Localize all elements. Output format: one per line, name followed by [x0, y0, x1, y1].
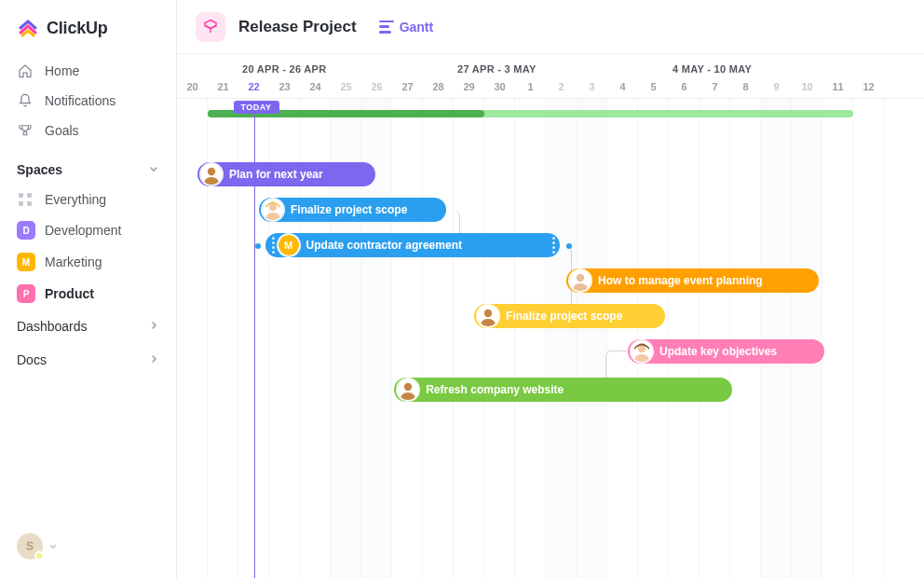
svg-point-6 [577, 274, 584, 282]
timeline: 20 APR - 26 APR27 APR - 3 MAY4 MAY - 10 … [177, 54, 924, 578]
task-label: Update key objectives [659, 345, 777, 358]
day-cell[interactable]: 2 [546, 75, 577, 98]
day-cell[interactable]: 29 [454, 75, 484, 98]
spaces-label: Spaces [17, 162, 62, 177]
task-label: Update contractor agreement [306, 239, 462, 252]
day-cell[interactable]: 28 [423, 75, 454, 98]
day-cell[interactable]: 27 [392, 75, 423, 98]
trophy-icon [17, 122, 34, 139]
spaces-header[interactable]: Spaces [0, 149, 176, 185]
today-line [254, 101, 255, 578]
day-cell[interactable]: 30 [484, 75, 515, 98]
logo[interactable]: ClickUp [0, 0, 176, 52]
day-cell[interactable]: 9 [761, 75, 792, 98]
task-label: Plan for next year [229, 168, 323, 181]
chevron-right-icon [148, 352, 159, 367]
day-cell[interactable]: 10 [792, 75, 822, 98]
assignee-avatar[interactable] [632, 341, 652, 362]
chevron-right-icon [148, 319, 159, 334]
task-bar[interactable]: MUpdate contractor agreement [265, 233, 561, 257]
nav-label: Notifications [45, 93, 116, 108]
week-label: 4 MAY - 10 MAY [673, 63, 752, 75]
day-cell[interactable]: 1 [515, 75, 546, 98]
user-avatar[interactable]: S [17, 533, 43, 559]
space-label: Marketing [45, 255, 102, 269]
chevron-down-icon [48, 540, 58, 554]
day-cell[interactable]: 6 [669, 75, 700, 98]
space-badge: M [17, 253, 35, 271]
assignee-avatar[interactable] [478, 306, 498, 326]
day-cell[interactable]: 11 [822, 75, 853, 98]
day-cell[interactable]: 5 [638, 75, 669, 98]
home-icon [17, 62, 34, 79]
day-cell[interactable]: 24 [300, 75, 331, 98]
sidebar-item-development[interactable]: DDevelopment [0, 214, 176, 246]
assignee-avatar[interactable] [263, 200, 283, 220]
task-label: How to manage event planning [598, 274, 763, 287]
nav-label: Goals [45, 123, 79, 138]
svg-rect-2 [19, 201, 23, 206]
drag-handle[interactable] [269, 233, 279, 257]
clickup-logo-icon [17, 17, 39, 39]
gantt-area[interactable]: Plan for next yearFinalize project scope… [177, 99, 924, 578]
day-cell[interactable]: 26 [361, 75, 392, 98]
day-cell[interactable]: 22 [238, 75, 269, 98]
svg-rect-1 [27, 193, 32, 198]
drag-handle[interactable] [549, 233, 558, 257]
sidebar-item-goals[interactable]: Goals [0, 116, 176, 145]
assignee-avatar[interactable]: M [279, 235, 299, 255]
day-cell[interactable]: 25 [331, 75, 361, 98]
day-row: 2021222324252627282930123456789101112 [177, 75, 924, 99]
progress-bar[interactable] [208, 110, 853, 117]
svg-rect-3 [27, 201, 32, 206]
view-label: Gantt [400, 20, 434, 34]
sidebar-item-everything[interactable]: Everything [0, 185, 176, 214]
project-icon[interactable] [196, 12, 225, 42]
grid-icon [17, 191, 34, 208]
svg-point-4 [208, 168, 215, 175]
task-bar[interactable]: Finalize project scope [259, 198, 446, 222]
view-switcher-gantt[interactable]: Gantt [379, 20, 434, 34]
task-bar[interactable]: Refresh company website [394, 378, 732, 402]
dependency-dot-icon[interactable] [566, 243, 572, 249]
day-cell[interactable]: 20 [177, 75, 208, 98]
project-title: Release Project [238, 18, 357, 36]
svg-point-7 [484, 310, 492, 317]
dependency-dot-icon[interactable] [255, 243, 261, 249]
week-label: 27 APR - 3 MAY [457, 63, 537, 75]
gantt-icon [379, 21, 394, 34]
sidebar: ClickUp HomeNotificationsGoals Spaces Ev… [0, 0, 177, 578]
task-bar[interactable]: Update key objectives [628, 339, 824, 364]
sidebar-item-home[interactable]: Home [0, 56, 176, 86]
task-bar[interactable]: How to manage event planning [566, 268, 819, 293]
assignee-avatar[interactable] [398, 379, 418, 400]
user-area[interactable]: S [0, 533, 176, 578]
presence-indicator [34, 551, 44, 560]
task-label: Finalize project scope [506, 310, 622, 323]
task-bar[interactable]: Finalize project scope [474, 304, 665, 328]
spaces-list: DDevelopmentMMarketingPProduct [0, 214, 176, 310]
sidebar-item-marketing[interactable]: MMarketing [0, 246, 176, 278]
day-cell[interactable]: 12 [853, 75, 884, 98]
task-bar[interactable]: Plan for next year [197, 162, 375, 186]
sidebar-item-notifications[interactable]: Notifications [0, 86, 176, 116]
day-cell[interactable]: 8 [730, 75, 761, 98]
day-cell[interactable]: 21 [208, 75, 238, 98]
sidebar-item-docs[interactable]: Docs [0, 343, 176, 377]
docs-label: Docs [17, 352, 47, 367]
day-cell[interactable]: 23 [269, 75, 300, 98]
day-cell[interactable]: 7 [700, 75, 730, 98]
space-label: Product [45, 286, 94, 301]
task-label: Refresh company website [426, 383, 564, 396]
day-cell[interactable]: 3 [577, 75, 607, 98]
assignee-avatar[interactable] [570, 270, 591, 291]
svg-rect-0 [19, 193, 23, 198]
week-labels: 20 APR - 26 APR27 APR - 3 MAY4 MAY - 10 … [177, 54, 924, 75]
sidebar-item-product[interactable]: PProduct [0, 278, 176, 310]
day-cell[interactable]: 4 [607, 75, 638, 98]
primary-nav: HomeNotificationsGoals [0, 52, 176, 149]
today-badge: TODAY [234, 101, 279, 114]
nav-label: Home [45, 63, 79, 78]
assignee-avatar[interactable] [201, 164, 222, 185]
sidebar-item-dashboards[interactable]: Dashboards [0, 310, 176, 343]
